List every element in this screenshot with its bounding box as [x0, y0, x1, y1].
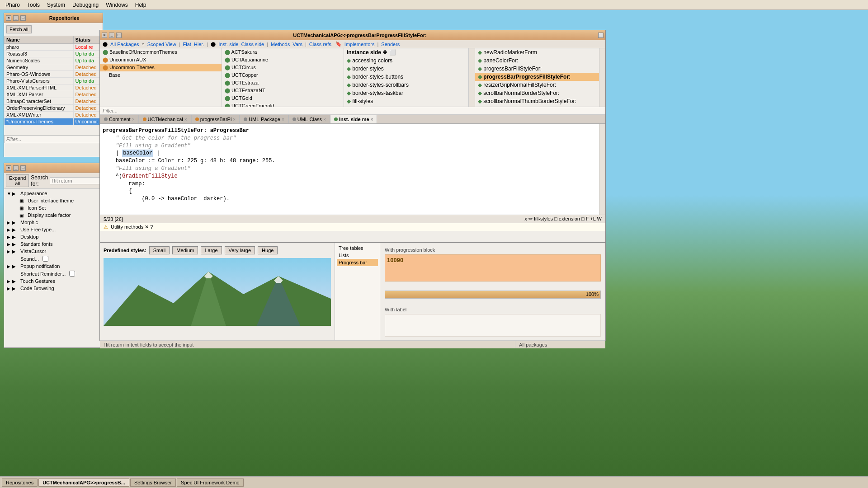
flat-link[interactable]: Flat — [183, 42, 191, 47]
repo-row[interactable]: XML-XMLParserHTMLDetached — [5, 84, 103, 91]
settings-tree-item[interactable]: ▣User interface theme — [5, 197, 102, 204]
tree-item-checkbox[interactable] — [69, 271, 75, 277]
category-item[interactable]: ◆ border-styles-buttons — [344, 73, 468, 81]
settings-tree-item[interactable]: ▣Icon Set — [5, 204, 102, 211]
category-scrollbar[interactable] — [468, 48, 475, 107]
class-item[interactable]: ⬤ UCTGold — [222, 94, 344, 102]
all-packages-link[interactable]: All Packages — [110, 42, 139, 47]
repo-row[interactable]: GeometryDetached — [5, 64, 103, 71]
main-close-button[interactable]: × — [102, 33, 107, 38]
demo-list-item[interactable]: Lists — [337, 252, 378, 259]
very-large-style-button[interactable]: Very large — [225, 246, 255, 254]
hier-link[interactable]: Hier. — [194, 42, 204, 47]
inst-side-link[interactable]: Inst. side — [218, 42, 238, 47]
senders-link[interactable]: Senders — [381, 42, 400, 47]
package-item[interactable]: ⬤ BaselineOfUncommonThemes — [100, 48, 222, 56]
main-minimize-button[interactable]: _ — [109, 33, 114, 38]
category-item[interactable]: ◆ fill-styles — [344, 97, 468, 105]
tab-close-button[interactable]: × — [184, 117, 187, 122]
settings-tree-item[interactable]: ▶▶Code Browsing — [5, 285, 102, 292]
repo-row[interactable]: Pharo-VistaCursorsUp to da — [5, 78, 103, 84]
browser-tab[interactable]: Inst. side me× — [330, 115, 377, 123]
class-item[interactable]: ⬤ UCTCircus — [222, 64, 344, 71]
scoped-view-radio[interactable]: ○ — [142, 42, 145, 47]
menu-debugging[interactable]: Debugging — [69, 1, 102, 9]
class-refs-link[interactable]: Class refs. — [309, 42, 333, 47]
class-side-link[interactable]: Class side — [241, 42, 264, 47]
menu-system[interactable]: System — [43, 1, 69, 9]
settings-tree-item[interactable]: ▼▶Appearance — [5, 190, 102, 197]
method-item[interactable]: ◆ progressBarProgressFillStyleFor: — [475, 73, 599, 81]
taskbar-button[interactable]: UCTMechanicalAPG>>progressB... — [38, 479, 129, 487]
settings-tree-item[interactable]: ▣Display scale factor — [5, 211, 102, 219]
menu-tools[interactable]: Tools — [24, 1, 43, 9]
tab-close-button[interactable]: × — [282, 117, 284, 122]
category-item[interactable]: ◆ accessing colors — [344, 56, 468, 65]
demo-list-item[interactable]: Tree tables — [337, 244, 378, 252]
browser-tab[interactable]: Comment× — [100, 115, 139, 123]
large-style-button[interactable]: Large — [201, 246, 222, 254]
package-item[interactable]: ⬤ Uncommon-Themes — [100, 64, 222, 71]
package-item[interactable]: Base — [100, 71, 222, 79]
main-maximize-button[interactable]: □ — [116, 33, 122, 38]
browser-tab[interactable]: UML-Package× — [240, 115, 288, 123]
settings-close-button[interactable]: × — [6, 165, 11, 171]
huge-style-button[interactable]: Huge — [258, 246, 278, 254]
class-item[interactable]: ⬤ UCTEstrazaNT — [222, 87, 344, 94]
medium-style-button[interactable]: Medium — [172, 246, 198, 254]
class-item[interactable]: ⬤ UCTGreenEmerald — [222, 102, 344, 107]
menu-help[interactable]: Help — [132, 1, 150, 9]
repositories-filter[interactable] — [4, 135, 103, 143]
settings-tree-item[interactable]: ▶▶Touch Gestures — [5, 277, 102, 285]
method-scrollbar[interactable] — [599, 48, 605, 107]
repo-row[interactable]: NumericScalesUp to da — [5, 57, 103, 64]
method-item[interactable]: ◆ resizerGripNormalFillStyleFor: — [475, 81, 599, 89]
method-item[interactable]: ◆ progressBarFillStyleFor: — [475, 65, 599, 73]
taskbar-button[interactable]: Repositories — [2, 479, 38, 487]
method-item[interactable]: ◆ newRadioMarkerForm — [475, 48, 599, 56]
method-item[interactable]: ◆ paneColorFor: — [475, 56, 599, 65]
menu-windows[interactable]: Windows — [102, 1, 132, 9]
repo-row[interactable]: pharoLocal re — [5, 44, 103, 51]
class-item[interactable]: ⬤ ACTSakura — [222, 48, 344, 56]
tree-item-checkbox[interactable] — [42, 256, 48, 262]
close-button[interactable]: × — [6, 15, 11, 21]
repo-row[interactable]: OrderPreservingDictionaryDetached — [5, 105, 103, 112]
tab-close-button[interactable]: × — [323, 117, 326, 122]
category-item[interactable]: instance side ❖ ⬜ — [344, 48, 468, 56]
taskbar-button[interactable]: Settings Browser — [130, 479, 176, 487]
menu-pharo[interactable]: Pharo — [2, 1, 24, 9]
tab-close-button[interactable]: × — [371, 117, 373, 122]
maximize-button[interactable]: □ — [20, 15, 26, 21]
class-item[interactable]: ⬤ UCTEstraza — [222, 79, 344, 87]
category-item[interactable]: ◆ border-styles-scrollbars — [344, 81, 468, 89]
code-editor[interactable]: progressBarProgressFillStyleFor: aProgre… — [100, 124, 599, 215]
expand-all-button[interactable]: Expand all — [6, 174, 29, 187]
settings-tree-item[interactable]: ▶▶Popup notification — [5, 263, 102, 270]
category-item[interactable]: ◆ fill-styles-buttons — [344, 105, 468, 107]
settings-tree-item[interactable]: ▶▶Standard fonts — [5, 240, 102, 248]
inst-side-radio[interactable]: ⬤ — [211, 42, 216, 47]
main-expand-button[interactable]: ⬜ — [598, 33, 604, 38]
method-item[interactable]: ◆ scrollbarNormalThumbBorderStyleFor: — [475, 97, 599, 105]
repo-row[interactable]: BitmapCharacterSetDetached — [5, 98, 103, 105]
settings-tree-item[interactable]: ▶▶VistaCursor — [5, 248, 102, 255]
category-item[interactable]: ◆ border-styles-taskbar — [344, 89, 468, 97]
minimize-button[interactable]: _ — [13, 15, 19, 21]
all-packages-radio[interactable]: ⬤ — [103, 42, 108, 47]
browser-tab[interactable]: UML-Class× — [288, 115, 330, 123]
browser-filter[interactable] — [100, 107, 605, 114]
small-style-button[interactable]: Small — [149, 246, 170, 254]
settings-tree-item[interactable]: ▶▶Desktop — [5, 233, 102, 240]
editor-scrollbar[interactable] — [599, 124, 605, 215]
class-item[interactable]: ⬤ UCTAquamarine — [222, 56, 344, 64]
repo-row[interactable]: XML-XMLWriterDetached — [5, 112, 103, 118]
method-item[interactable]: ◆ scrollbarNormalThumbFillStyleFor: — [475, 105, 599, 107]
class-item[interactable]: ⬤ UCTCopper — [222, 71, 344, 79]
vars-link[interactable]: Vars — [292, 42, 302, 47]
package-item[interactable]: ⬤ Uncommon AUX — [100, 56, 222, 64]
implementors-link[interactable]: Implementors — [344, 42, 375, 47]
scoped-view-link[interactable]: Scoped View — [147, 42, 176, 47]
settings-tree-item[interactable]: ▶▶Use Free type... — [5, 226, 102, 233]
repo-row[interactable]: *Uncommon-ThemesUncommit — [5, 118, 103, 125]
